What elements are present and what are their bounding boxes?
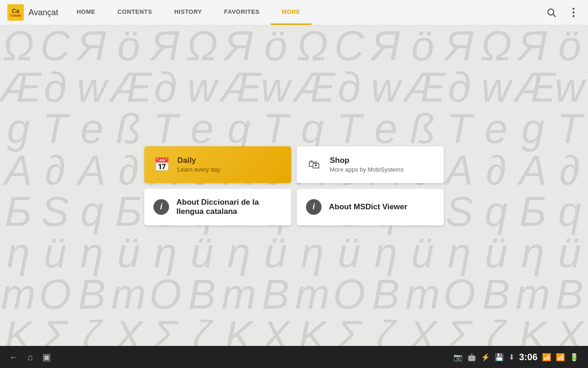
about-msdict-text: About MSDict Viewer [329, 202, 407, 212]
tab-history[interactable]: HISTORY [163, 0, 213, 25]
shop-icon: 🛍 [306, 157, 322, 172]
daily-card[interactable]: 📅 Daily Learn every day [144, 146, 291, 183]
wifi-icon: 📶 [542, 353, 551, 362]
about-dict-title: About Diccionari de la llengua catalana [176, 198, 282, 216]
sd-icon: 💾 [495, 353, 504, 362]
about-msdict-title: About MSDict Viewer [329, 202, 407, 212]
android-icon: 🤖 [467, 353, 476, 362]
signal-icon: 📶 [556, 353, 565, 362]
tab-home[interactable]: HOME [66, 0, 107, 25]
navbar-actions [542, 3, 588, 22]
tab-more[interactable]: MORE [271, 0, 311, 25]
usb-icon: ⚡ [481, 353, 490, 362]
clock: 3:06 [519, 352, 537, 362]
svg-point-2 [572, 8, 574, 10]
shop-card-text: Shop More apps by MobiSystems [330, 156, 403, 173]
daily-subtitle: Learn every day [177, 166, 220, 173]
svg-point-4 [572, 15, 574, 17]
about-dict-card[interactable]: i About Diccionari de la llengua catalan… [144, 189, 291, 225]
about-dict-text: About Diccionari de la llengua catalana [176, 198, 282, 216]
navbar: Ca Català Avançat HOME CONTENTS HISTORY … [0, 0, 588, 25]
daily-title: Daily [177, 156, 220, 165]
svg-line-1 [553, 14, 555, 17]
battery-icon: 🔋 [570, 353, 579, 362]
download-icon: ⬇ [509, 353, 514, 362]
shop-title: Shop [330, 156, 403, 165]
screenshot-icon: 📷 [453, 353, 463, 362]
tab-favorites[interactable]: FAVORITES [213, 0, 271, 25]
more-options-button[interactable] [564, 3, 582, 22]
svg-point-3 [572, 12, 574, 13]
home-button[interactable]: ⌂ [28, 352, 33, 362]
about-dict-icon: i [153, 199, 169, 215]
shop-subtitle: More apps by MobiSystems [330, 166, 403, 173]
daily-card-text: Daily Learn every day [177, 156, 220, 173]
about-msdict-card[interactable]: i About MSDict Viewer [297, 189, 444, 225]
recents-button[interactable]: ▣ [42, 351, 51, 362]
cards-grid: 📅 Daily Learn every day 🛍 Shop More apps… [144, 146, 444, 225]
brand-section: Ca Català Avançat [0, 4, 66, 21]
main-content: 📅 Daily Learn every day 🛍 Shop More apps… [0, 25, 588, 346]
system-right: 📷 🤖 ⚡ 💾 ⬇ 3:06 📶 📶 🔋 [453, 352, 579, 362]
nav-tabs: HOME CONTENTS HISTORY FAVORITES MORE [66, 0, 311, 25]
app-icon: Ca Català [7, 4, 24, 21]
search-button[interactable] [542, 3, 560, 22]
brand-name: Avançat [28, 8, 58, 17]
about-msdict-icon: i [306, 199, 322, 215]
daily-icon: 📅 [153, 157, 170, 172]
back-button[interactable]: ← [9, 352, 18, 362]
system-bar: ← ⌂ ▣ 📷 🤖 ⚡ 💾 ⬇ 3:06 📶 📶 🔋 [0, 346, 588, 368]
tab-contents[interactable]: CONTENTS [107, 0, 164, 25]
shop-card[interactable]: 🛍 Shop More apps by MobiSystems [297, 146, 444, 183]
